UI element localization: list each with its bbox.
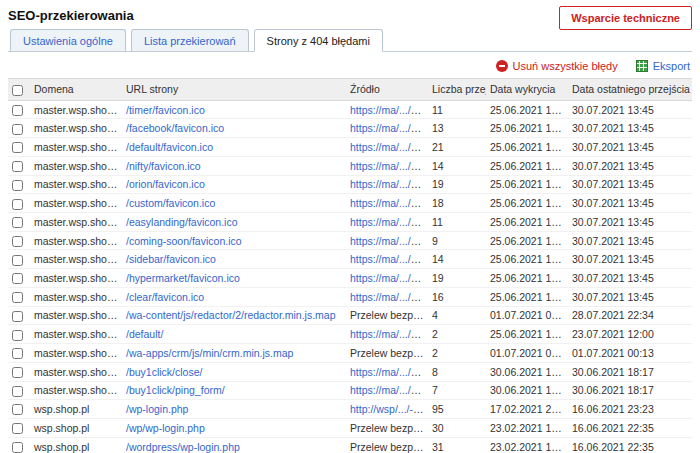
last-visit-date-cell: 30.07.2021 13:45 <box>568 269 692 288</box>
detected-date-cell: 25.06.2021 14:53 <box>486 250 568 269</box>
row-checkbox[interactable] <box>12 255 23 266</box>
url-link[interactable]: /clear/favicon.ico <box>126 291 204 303</box>
select-all-checkbox[interactable] <box>12 85 23 96</box>
source-link[interactable]: https://ma/.../torefronts <box>350 328 428 340</box>
source-cell: http://wsp/.../-login.php <box>346 400 428 419</box>
delete-all-errors-label: Usuń wszystkie błędy <box>513 60 618 72</box>
source-link[interactable]: https://ma/.../syst/site/ <box>350 235 428 247</box>
source-cell: Przelew bezpośredni <box>346 418 428 437</box>
url-link[interactable]: /wa-apps/crm/js/min/crm.min.js.map <box>126 347 293 359</box>
delete-all-errors-button[interactable]: Usuń wszystkie błędy <box>496 60 618 72</box>
source-link[interactable]: https://ma/.../ategory/1/ <box>350 384 428 396</box>
export-label: Eksport <box>653 60 690 72</box>
url-link[interactable]: /hypermarket/favicon.ico <box>126 272 240 284</box>
column-header-domain[interactable]: Domena <box>30 79 122 101</box>
row-checkbox[interactable] <box>12 423 23 434</box>
last-visit-date-cell: 30.07.2021 13:45 <box>568 175 692 194</box>
detected-date-cell: 25.06.2021 14:52 <box>486 175 568 194</box>
source-link[interactable]: https://ma/.../ategory/1/ <box>350 366 428 378</box>
row-checkbox[interactable] <box>12 404 23 415</box>
source-link[interactable]: https://ma/.../syst/site/ <box>350 291 428 303</box>
visit-count-cell: 30 <box>428 418 486 437</box>
row-checkbox[interactable] <box>12 124 23 135</box>
visit-count-cell: 18 <box>428 194 486 213</box>
visit-count-cell: 2 <box>428 344 486 363</box>
row-checkbox[interactable] <box>12 161 23 172</box>
column-header-last-visit[interactable]: Data ostatniego przejścia▼ <box>568 79 692 101</box>
detected-date-cell: 25.06.2021 14:54 <box>486 100 568 119</box>
source-link[interactable]: https://ma/.../syst/site/ <box>350 141 428 153</box>
url-link[interactable]: /wp/wp-login.php <box>126 422 205 434</box>
source-link[interactable]: https://ma/.../syst/site/ <box>350 197 428 209</box>
url-link[interactable]: /coming-soon/favicon.ico <box>126 235 242 247</box>
row-checkbox[interactable] <box>12 386 23 397</box>
export-button[interactable]: Eksport <box>636 60 690 72</box>
last-visit-date-cell: 30.06.2021 18:17 <box>568 381 692 400</box>
source-link[interactable]: https://ma/.../syst/site/ <box>350 178 428 190</box>
row-checkbox[interactable] <box>12 330 23 341</box>
source-link[interactable]: http://wsp/.../-login.php <box>350 403 428 415</box>
url-link[interactable]: /timer/favicon.ico <box>126 104 205 116</box>
source-link[interactable]: https://ma/.../syst/site/ <box>350 253 428 265</box>
row-checkbox[interactable] <box>12 217 23 228</box>
url-link[interactable]: /wa-content/js/redactor/2/redactor.min.j… <box>126 309 336 321</box>
detected-date-cell: 01.07.2021 00:54 <box>486 306 568 325</box>
column-header-detected[interactable]: Data wykrycia <box>486 79 568 101</box>
visit-count-cell: 9 <box>428 231 486 250</box>
row-checkbox[interactable] <box>12 292 23 303</box>
row-checkbox[interactable] <box>12 311 23 322</box>
source-link[interactable]: https://ma/.../syst/site/ <box>350 104 428 116</box>
column-header-url[interactable]: URL strony <box>122 79 346 101</box>
source-link[interactable]: https://ma/.../syst/site/ <box>350 216 428 228</box>
url-cell: /default/favicon.ico <box>122 138 346 157</box>
source-link[interactable]: https://ma/.../syst/site/ <box>350 272 428 284</box>
url-cell: /wa-content/js/redactor/2/redactor.min.j… <box>122 306 346 325</box>
source-link[interactable]: https://ma/.../syst/site/ <box>350 160 428 172</box>
domain-cell: master.wsp.shop.pl <box>30 287 122 306</box>
url-link[interactable]: /easylanding/favicon.ico <box>126 216 238 228</box>
url-link[interactable]: /buy1click/close/ <box>126 366 202 378</box>
row-checkbox[interactable] <box>12 180 23 191</box>
domain-cell: master.wsp.shop.pl <box>30 306 122 325</box>
source-link[interactable]: https://ma/.../syst/site/ <box>350 122 428 134</box>
tab-404-pages[interactable]: Strony z 404 błędami <box>254 29 383 52</box>
url-link[interactable]: /nifty/favicon.ico <box>126 160 201 172</box>
row-checkbox[interactable] <box>12 236 23 247</box>
source-cell: https://ma/.../syst/site/ <box>346 213 428 232</box>
row-checkbox[interactable] <box>12 105 23 116</box>
row-checkbox[interactable] <box>12 442 23 453</box>
url-link[interactable]: /orion/favicon.ico <box>126 178 205 190</box>
domain-cell: master.wsp.shop.pl <box>30 231 122 250</box>
url-cell: /default/ <box>122 325 346 344</box>
column-header-count[interactable]: Liczba przejść <box>428 79 486 101</box>
table-row: master.wsp.shop.pl /wa-apps/crm/js/min/c… <box>8 344 692 363</box>
row-checkbox[interactable] <box>12 199 23 210</box>
url-link[interactable]: /buy1click/ping_form/ <box>126 384 225 396</box>
row-checkbox[interactable] <box>12 367 23 378</box>
table-row: master.wsp.shop.pl /easylanding/favicon.… <box>8 213 692 232</box>
url-link[interactable]: /facebook/favicon.ico <box>126 122 224 134</box>
url-link[interactable]: /wordpress/wp-login.php <box>126 441 240 453</box>
row-checkbox-cell <box>8 138 30 157</box>
tab-general-settings[interactable]: Ustawienia ogólne <box>10 29 126 52</box>
row-checkbox[interactable] <box>12 273 23 284</box>
url-link[interactable]: /default/favicon.ico <box>126 141 213 153</box>
row-checkbox[interactable] <box>12 142 23 153</box>
source-cell: https://ma/.../syst/site/ <box>346 269 428 288</box>
detected-date-cell: 30.06.2021 18:17 <box>486 362 568 381</box>
last-visit-date-cell: 30.07.2021 13:45 <box>568 119 692 138</box>
support-button[interactable]: Wsparcie techniczne <box>559 6 692 30</box>
row-checkbox[interactable] <box>12 348 23 359</box>
domain-cell: master.wsp.shop.pl <box>30 344 122 363</box>
url-link[interactable]: /custom/favicon.ico <box>126 197 215 209</box>
url-cell: /hypermarket/favicon.ico <box>122 269 346 288</box>
tab-redirect-list[interactable]: Lista przekierowań <box>131 29 249 52</box>
row-checkbox-cell <box>8 231 30 250</box>
url-link[interactable]: /default/ <box>126 328 163 340</box>
url-link[interactable]: /sidebar/favicon.ico <box>126 253 216 265</box>
table-row: master.wsp.shop.pl /hypermarket/favicon.… <box>8 269 692 288</box>
url-link[interactable]: /wp-login.php <box>126 403 188 415</box>
row-checkbox-cell <box>8 306 30 325</box>
source-cell: https://ma/.../syst/site/ <box>346 231 428 250</box>
column-header-source[interactable]: Źródło <box>346 79 428 101</box>
